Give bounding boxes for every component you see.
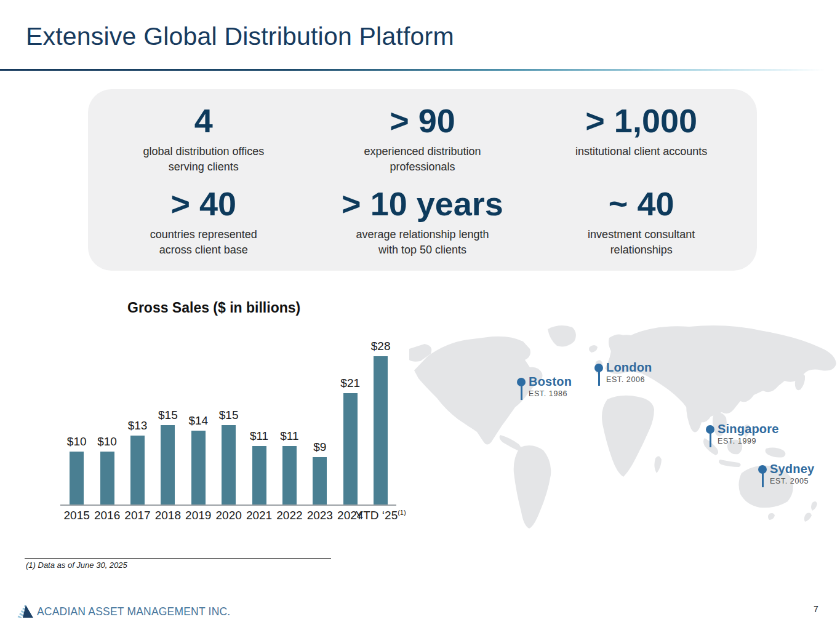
stat-label: experienced distribution professionals — [364, 144, 481, 175]
bar — [191, 431, 206, 504]
island-java — [719, 460, 741, 467]
office-city: London — [606, 361, 652, 375]
map-pin-sydney: Sydney EST. 2005 — [758, 465, 767, 474]
stat-label: average relationship length with top 50 … — [356, 227, 489, 258]
x-tick-label: 2015 — [62, 509, 92, 522]
bar-value-label: $11 — [280, 429, 298, 443]
office-established: EST. 2005 — [770, 477, 814, 485]
continent-south-america — [514, 445, 551, 528]
bar-value-label: $21 — [340, 377, 360, 390]
bar-value-label: $10 — [97, 435, 117, 449]
office-city: Singapore — [718, 422, 779, 436]
island-new-zealand-south — [804, 513, 812, 522]
acadian-logo-icon — [17, 604, 33, 618]
gross-sales-bar-chart: $10$10$13$15$14$15$11$11$9$21$28 2015201… — [60, 335, 430, 538]
island-iceland — [589, 345, 598, 353]
presentation-slide: Extensive Global Distribution Platform 4… — [0, 0, 840, 630]
bar-value-label: $13 — [128, 419, 148, 433]
stat-label: institutional client accounts — [575, 144, 707, 159]
bar — [252, 446, 266, 504]
x-tick-label: 2020 — [214, 509, 244, 522]
bar-value-label: $10 — [67, 435, 87, 449]
office-established: EST. 1999 — [718, 437, 779, 445]
continent-africa — [602, 396, 654, 477]
bar-column: $10 — [62, 335, 92, 504]
office-city: Sydney — [770, 462, 814, 476]
chart-title: Gross Sales ($ in billions) — [127, 300, 300, 316]
company-name: ACADIAN ASSET MANAGEMENT INC. — [37, 605, 230, 618]
stat-client-accounts: > 1,000 institutional client accounts — [532, 98, 751, 181]
footnote-rule — [25, 558, 331, 559]
island-new-zealand-north — [811, 501, 817, 511]
stat-value: 4 — [194, 102, 213, 140]
bar — [222, 425, 236, 504]
bar-column: $28 — [366, 335, 396, 504]
stat-label: countries represented across client base — [150, 227, 257, 258]
island-tasmania — [768, 513, 775, 520]
bar-column: $11 — [274, 335, 305, 504]
pin-stem — [521, 385, 522, 400]
stat-relationship-length: > 10 years average relationship length w… — [313, 181, 532, 264]
bar-column: $14 — [183, 335, 214, 504]
page-title: Extensive Global Distribution Platform — [26, 22, 454, 51]
stat-offices: 4 global distribution offices serving cl… — [94, 98, 313, 181]
pin-stem — [762, 472, 764, 487]
bar-value-label: $28 — [371, 340, 391, 353]
stat-label: investment consultant relationships — [588, 227, 695, 258]
bar — [100, 452, 114, 504]
stats-panel: 4 global distribution offices serving cl… — [88, 89, 757, 271]
x-axis-labels: 2015201620172018201920202021202220232024… — [62, 509, 396, 522]
world-map: Boston EST. 1986 London EST. 2006 Singap… — [409, 312, 840, 558]
continent-north-america — [414, 337, 543, 445]
bar-column: $21 — [335, 335, 366, 504]
bar-column: $10 — [92, 335, 122, 504]
footnote-marker: (1) — [398, 509, 406, 522]
footnote: (1) Data as of June 30, 2025 — [26, 560, 127, 570]
office-established: EST. 2006 — [606, 375, 652, 384]
pin-stem — [598, 371, 600, 386]
office-city: Boston — [529, 375, 572, 389]
island-madagascar — [654, 456, 662, 473]
bar — [343, 393, 358, 504]
bar-column: $9 — [305, 335, 335, 504]
bar-column: $15 — [214, 335, 244, 504]
bar — [130, 436, 145, 504]
page-number: 7 — [810, 604, 822, 614]
stat-label: global distribution offices serving clie… — [143, 144, 264, 175]
x-tick-label: 2021 — [244, 509, 274, 522]
chart-bars: $10$10$13$15$14$15$11$11$9$21$28 — [62, 335, 396, 504]
x-tick-label: 2018 — [153, 509, 183, 522]
x-tick-label: 2022 — [274, 509, 305, 522]
bar — [70, 452, 84, 504]
bar-column: $11 — [244, 335, 274, 504]
bar — [282, 446, 297, 504]
stat-value: > 1,000 — [585, 102, 697, 140]
bar-column: $13 — [122, 335, 153, 504]
pin-stem — [710, 433, 711, 447]
continent-india — [686, 403, 703, 432]
x-tick-label: 2016 — [92, 509, 122, 522]
bar — [313, 457, 327, 504]
x-tick-label: 2023 — [305, 509, 335, 522]
continent-central-america — [500, 435, 521, 451]
map-pin-boston: Boston EST. 1986 — [517, 378, 526, 386]
stat-value: > 90 — [390, 102, 455, 140]
map-pin-singapore: Singapore EST. 1999 — [706, 425, 714, 434]
stat-consultants: ~ 40 investment consultant relationships — [532, 181, 751, 264]
bar-value-label: $11 — [250, 429, 268, 443]
title-divider — [0, 69, 825, 71]
x-axis-line — [60, 504, 396, 506]
stat-value: ~ 40 — [609, 185, 674, 223]
bar-column: $15 — [153, 335, 183, 504]
bar-value-label: $14 — [188, 414, 208, 428]
office-established: EST. 1986 — [529, 389, 572, 398]
map-pin-london: London EST. 2006 — [594, 364, 603, 372]
stat-professionals: > 90 experienced distribution profession… — [313, 98, 532, 181]
continent-greenland — [548, 325, 576, 346]
x-tick-label: YTD ‘25(1) — [366, 509, 396, 522]
stat-countries: > 40 countries represented across client… — [94, 181, 313, 264]
x-tick-label: 2017 — [122, 509, 153, 522]
bar-value-label: $9 — [313, 441, 326, 454]
bar — [374, 356, 388, 504]
bar-value-label: $15 — [219, 409, 239, 422]
